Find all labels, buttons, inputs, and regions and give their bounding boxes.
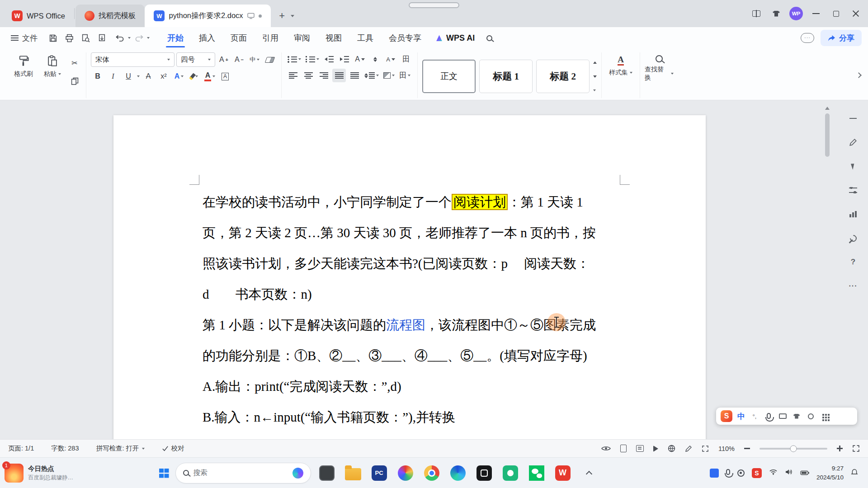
styles-down-icon[interactable] xyxy=(593,75,597,78)
scrollbar-thumb[interactable] xyxy=(825,113,830,157)
scroll-up-icon[interactable] xyxy=(825,107,830,110)
tab-home[interactable]: 开始 xyxy=(160,27,191,49)
taskbar-media-app[interactable] xyxy=(395,463,416,483)
zoom-level[interactable]: 110% xyxy=(718,445,735,452)
shading-button[interactable] xyxy=(382,69,396,82)
undo-caret-icon[interactable] xyxy=(128,37,131,39)
tab-tools[interactable]: 工具 xyxy=(349,27,381,49)
ribbon-expand-icon[interactable] xyxy=(856,72,862,78)
taskbar-pc-manager[interactable]: PC xyxy=(369,463,390,483)
ime-grid-icon[interactable] xyxy=(820,412,829,421)
adjust-sliders-icon[interactable] xyxy=(848,185,859,196)
select-cursor-icon[interactable] xyxy=(848,161,859,172)
justify-button[interactable] xyxy=(332,69,346,82)
vertical-scrollbar[interactable] xyxy=(824,107,831,416)
theme-skin-icon[interactable] xyxy=(768,5,785,22)
tab-insert[interactable]: 插入 xyxy=(191,27,223,49)
taskbar-file-explorer[interactable] xyxy=(343,463,363,483)
text-effects-button[interactable]: A xyxy=(172,70,186,83)
italic-button[interactable]: I xyxy=(106,70,120,83)
styles-up-icon[interactable] xyxy=(593,61,597,64)
print-button[interactable] xyxy=(62,31,76,45)
strikethrough-button[interactable]: A xyxy=(142,70,155,83)
battery-icon[interactable] xyxy=(800,469,809,477)
taskbar-browser[interactable] xyxy=(421,463,442,483)
zoom-in-button[interactable] xyxy=(837,446,843,451)
format-painter-button[interactable]: 格式刷 xyxy=(9,52,38,78)
zoom-slider-knob[interactable] xyxy=(790,445,797,452)
increase-font-button[interactable]: A xyxy=(217,53,231,66)
account-avatar[interactable]: WP xyxy=(788,5,805,22)
tab-document-python[interactable]: W python操作要求2.docx xyxy=(145,5,270,27)
document-page[interactable]: 在学校的读书活动中，小宁同学制定了一个阅读计划：第 1 天读 1 页，第 2 天… xyxy=(113,115,706,439)
character-scale-button[interactable]: A xyxy=(384,52,397,66)
page-view-icon[interactable] xyxy=(620,445,627,452)
export-pdf-button[interactable] xyxy=(94,31,109,45)
reading-eye-icon[interactable] xyxy=(601,446,611,451)
paste-button[interactable]: 粘贴 xyxy=(38,52,67,78)
ime-keyboard-icon[interactable] xyxy=(778,412,787,421)
edit-pen-icon[interactable] xyxy=(685,445,692,452)
spellcheck-status[interactable]: 拼写检查: 打开 xyxy=(96,444,144,453)
annotate-pen-icon[interactable] xyxy=(848,137,859,148)
ime-punctuation-icon[interactable]: °, xyxy=(750,412,759,421)
underline-caret-icon[interactable] xyxy=(137,75,140,77)
redo-button[interactable] xyxy=(132,31,146,45)
asian-layout-button[interactable] xyxy=(368,52,382,66)
close-button[interactable] xyxy=(847,5,864,22)
align-left-button[interactable] xyxy=(286,69,300,82)
borders-button[interactable]: 田 xyxy=(398,69,412,82)
tray-mic-icon[interactable] xyxy=(726,469,730,475)
window-drag-handle[interactable] xyxy=(409,2,459,8)
side-by-side-icon[interactable] xyxy=(748,5,765,22)
font-color-button[interactable]: A xyxy=(203,70,217,83)
distribute-button[interactable] xyxy=(348,69,361,82)
decrease-font-button[interactable]: A xyxy=(232,53,246,66)
tab-view[interactable]: 视图 xyxy=(318,27,349,49)
tab-page[interactable]: 页面 xyxy=(223,27,255,49)
play-presentation-icon[interactable] xyxy=(653,446,658,452)
toolbox-wrench-icon[interactable] xyxy=(848,233,859,244)
align-right-button[interactable] xyxy=(317,69,330,82)
zoom-slider[interactable] xyxy=(760,448,827,450)
ime-mic-icon[interactable] xyxy=(764,412,773,421)
tab-wps-home[interactable]: W WPS Office xyxy=(3,5,74,27)
undo-button[interactable] xyxy=(113,31,127,45)
tray-brightness-icon[interactable] xyxy=(737,469,745,477)
clear-format-button[interactable] xyxy=(263,53,277,66)
collapse-pane-icon[interactable] xyxy=(848,113,859,124)
word-count[interactable]: 字数: 283 xyxy=(51,444,79,453)
taskbar-app-window[interactable] xyxy=(316,463,337,483)
notification-bell-icon[interactable] xyxy=(851,469,858,478)
align-center-button[interactable] xyxy=(302,69,315,82)
document-text[interactable]: 在学校的读书活动中，小宁同学制定了一个阅读计划：第 1 天读 1 页，第 2 天… xyxy=(203,187,617,432)
page-indicator[interactable]: 页面: 1/1 xyxy=(8,444,34,453)
volume-icon[interactable] xyxy=(785,469,793,477)
taskbar-search[interactable]: 搜索 xyxy=(175,463,311,483)
help-icon[interactable] xyxy=(848,257,859,267)
taskbar-wechat[interactable] xyxy=(526,463,547,483)
ime-language-indicator[interactable]: 中 xyxy=(737,411,745,422)
bullet-list-button[interactable] xyxy=(286,52,302,66)
file-menu-button[interactable]: 文件 xyxy=(6,33,42,43)
fit-page-icon[interactable] xyxy=(702,445,709,452)
style-set-button[interactable]: A 样式集 xyxy=(606,52,635,77)
fullscreen-icon[interactable] xyxy=(852,445,860,452)
increase-indent-button[interactable] xyxy=(338,52,351,66)
taskbar-clock[interactable]: 9:27 2024/5/10 xyxy=(816,464,844,482)
tab-docer-templates[interactable]: 找稻壳模板 xyxy=(75,5,145,27)
share-button[interactable]: 分享 xyxy=(821,30,862,46)
print-preview-button[interactable] xyxy=(78,31,93,45)
taskbar-edge[interactable] xyxy=(448,463,468,483)
zoom-out-button[interactable] xyxy=(744,448,750,449)
ime-circle-icon[interactable] xyxy=(806,412,815,421)
underline-button[interactable]: U xyxy=(122,70,135,83)
find-replace-button[interactable]: 查找替换 xyxy=(645,52,674,82)
taskbar-wps[interactable]: W xyxy=(552,463,573,483)
taskbar-capcut[interactable] xyxy=(474,463,495,483)
highlight-color-button[interactable] xyxy=(188,70,201,83)
stats-chart-icon[interactable] xyxy=(848,209,859,220)
wifi-icon[interactable] xyxy=(769,469,778,477)
tab-member[interactable]: 会员专享 xyxy=(381,27,429,49)
tray-blue-app-icon[interactable] xyxy=(710,469,719,478)
